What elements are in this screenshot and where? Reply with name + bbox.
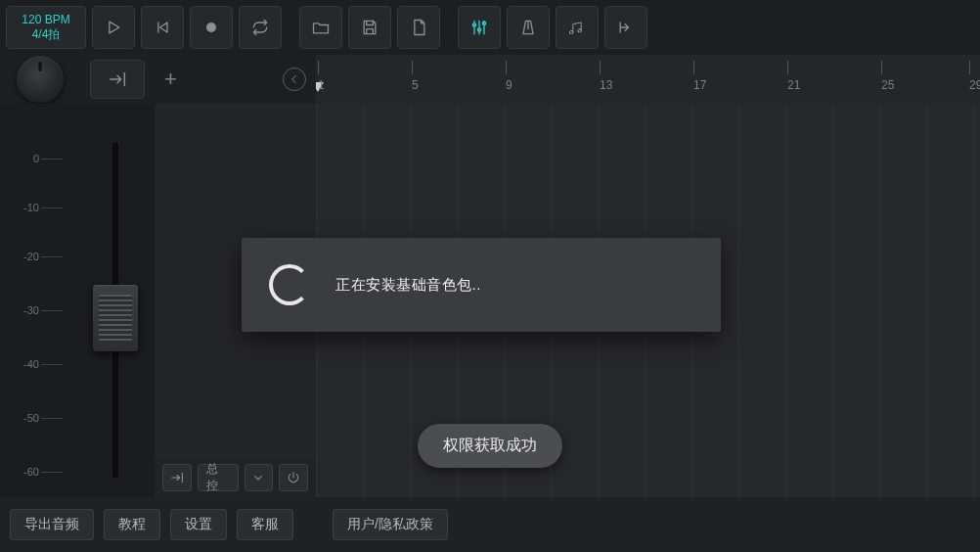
timeline-ruler[interactable]: 1 5 9 13 17 21 25 29 [316,55,980,104]
scale-label: -10 [14,202,39,213]
installing-modal: 正在安装基础音色包.. [242,238,721,332]
fader-column [76,104,155,497]
tutorial-button[interactable]: 教程 [104,509,160,540]
ruler-tick-label: 17 [693,78,706,92]
privacy-button[interactable]: 用户/隐私政策 [333,509,448,540]
modal-message: 正在安装基础音色包.. [335,276,481,295]
master-button[interactable]: 总控 [198,464,239,491]
loop-button[interactable] [239,6,282,49]
pan-dial[interactable] [17,56,64,103]
dropdown-button[interactable] [245,464,274,491]
permission-toast: 权限获取成功 [418,424,562,468]
ruler-row: + 1 5 9 13 17 21 25 29 [0,55,980,104]
bpm-label: 120 BPM [22,13,69,27]
ruler-tick-label: 9 [506,78,512,92]
rewind-button[interactable] [141,6,184,49]
export-audio-button[interactable]: 导出音频 [10,509,94,540]
snap-button[interactable] [604,6,647,49]
save-button[interactable] [348,6,391,49]
scale-label: -60 [14,466,39,478]
new-file-button[interactable] [397,6,440,49]
metronome-button[interactable] [507,6,550,49]
toast-text: 权限获取成功 [443,437,537,453]
fader-scale: 0 -10 -20 -30 -40 -50 -60 [0,104,76,497]
ruler-tick-label: 25 [881,78,894,92]
add-track-button[interactable]: + [164,67,177,92]
settings-button[interactable]: 设置 [170,509,227,540]
file-group [299,6,440,49]
mixer-button[interactable] [458,6,501,49]
quantize-button[interactable] [556,6,599,49]
scale-label: -30 [14,304,39,316]
scale-label: -40 [14,358,39,370]
collapse-button[interactable] [283,68,306,91]
top-toolbar: 120 BPM 4/4拍 [0,0,980,55]
tracklist-header: + [155,55,316,104]
insert-button[interactable] [90,60,145,99]
svg-point-0 [206,23,216,32]
spinner-icon [269,264,310,305]
support-button[interactable]: 客服 [237,509,293,540]
mixer-panel: 0 -10 -20 -30 -40 -50 -60 [0,104,155,497]
track-footer: 总控 [155,458,316,497]
ruler-tick-label: 13 [600,78,612,92]
power-button[interactable] [279,464,308,491]
open-folder-button[interactable] [299,6,342,49]
play-button[interactable] [92,6,135,49]
record-button[interactable] [190,6,233,49]
scale-label: -50 [14,412,39,424]
scale-label: 0 [14,153,39,164]
tools-group [458,6,647,49]
pan-dial-cell [0,55,80,104]
master-label: 总控 [206,461,230,494]
insert-cell [80,55,155,104]
time-signature-label: 4/4拍 [32,27,61,42]
footer-bar: 导出音频 教程 设置 客服 用户/隐私政策 [0,497,980,552]
ruler-tick-label: 29 [969,78,980,92]
ruler-tick-label: 21 [787,78,800,92]
ruler-tick-label: 5 [412,78,419,92]
ruler-tick-label: 1 [318,78,325,92]
route-button[interactable] [162,464,192,491]
transport-group [92,6,282,49]
tempo-box[interactable]: 120 BPM 4/4拍 [6,6,86,49]
fader-thumb[interactable] [93,285,138,351]
scale-label: -20 [14,251,39,262]
